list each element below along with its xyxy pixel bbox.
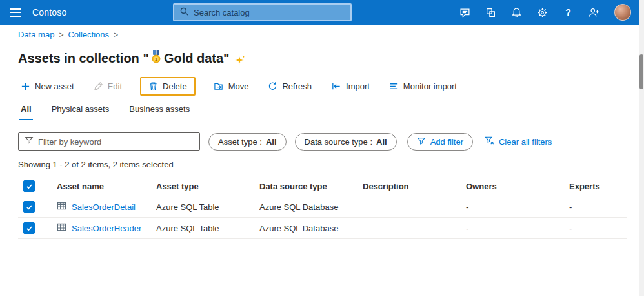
select-all-checkbox[interactable] [23,180,35,192]
breadcrumb-collections[interactable]: Collections [68,30,109,39]
feedback-icon[interactable] [459,7,470,18]
col-header-owners: Owners [466,182,569,191]
asset-type-filter-pill[interactable]: Asset type : All [208,133,287,151]
gold-medal-icon: 1 [150,50,162,67]
title-suffix: " [223,51,229,66]
scrollbar-thumb[interactable] [639,54,643,89]
svg-text:1: 1 [155,56,157,62]
sparkle-cursor-icon [234,54,245,69]
breadcrumb: Data map > Collections > [18,30,118,39]
help-icon[interactable]: ? [563,7,574,18]
page-title: Assets in collection " 1 Gold data " [18,50,245,67]
table-header-row: Asset name Asset type Data source type D… [18,176,627,196]
add-filter-button[interactable]: Add filter [407,133,473,151]
clear-funnel-icon [485,136,494,147]
command-bar: New asset Edit Delete Move Refresh Impor… [19,75,458,97]
pencil-icon [94,81,103,91]
result-count-status: Showing 1 - 2 of 2 items, 2 items select… [18,160,174,169]
move-folder-icon [214,81,224,91]
keyword-filter-box[interactable] [18,132,200,151]
catalog-search-box[interactable] [173,3,352,21]
delete-button[interactable]: Delete [140,77,196,96]
asset-tabs: All Physical assets Business assets [0,98,639,120]
col-header-description: Description [363,182,466,191]
table-row[interactable]: SalesOrderDetail Azure SQL Table Azure S… [18,196,627,218]
sql-table-icon [57,201,66,213]
asset-link[interactable]: SalesOrderHeader [72,224,141,233]
edit-button[interactable]: Edit [92,78,123,94]
row-checkbox[interactable] [23,201,35,213]
search-icon [179,6,189,19]
plus-icon [21,81,30,91]
refresh-icon [268,81,277,91]
cell-data-source-type: Azure SQL Database [259,224,363,233]
invite-user-icon[interactable] [589,7,599,18]
app-title: Contoso [32,7,67,17]
top-bar: Contoso ? [0,0,639,25]
chevron-right-icon: > [59,30,63,39]
table-row[interactable]: SalesOrderHeader Azure SQL Table Azure S… [18,218,627,239]
col-header-experts: Experts [569,182,627,191]
monitor-import-button[interactable]: Monitor import [388,78,458,94]
list-lines-icon [389,81,399,91]
search-input[interactable] [194,8,345,17]
filter-bar: Asset type : All Data source type : All … [18,132,552,151]
cell-owners: - [466,224,569,233]
import-arrow-icon [331,81,341,91]
cell-owners: - [466,202,569,212]
new-asset-button[interactable]: New asset [19,78,75,94]
cell-experts: - [569,224,627,233]
title-prefix: Assets in collection " [18,51,149,66]
funnel-icon [25,136,34,147]
notifications-bell-icon[interactable] [511,7,522,18]
breadcrumb-data-map[interactable]: Data map [18,30,54,39]
refresh-button[interactable]: Refresh [267,78,313,94]
row-checkbox[interactable] [23,222,35,234]
cell-experts: - [569,202,627,212]
trash-icon [148,81,158,91]
funnel-icon [417,136,426,147]
cell-data-source-type: Azure SQL Database [259,202,363,212]
settings-gear-icon[interactable] [537,7,548,18]
col-header-asset-type: Asset type [156,182,259,191]
chevron-right-icon: > [114,30,118,39]
move-button[interactable]: Move [212,78,250,94]
col-header-asset-name: Asset name [57,182,156,191]
asset-link[interactable]: SalesOrderDetail [72,202,136,212]
workspace-switcher-icon[interactable] [485,7,496,18]
hamburger-menu-icon[interactable] [10,8,21,17]
tab-all[interactable]: All [19,98,33,120]
import-button[interactable]: Import [330,78,371,94]
asset-table: Asset name Asset type Data source type D… [18,176,627,239]
sql-table-icon [57,222,66,234]
topbar-icon-group: ? [459,0,631,25]
tab-physical-assets[interactable]: Physical assets [50,98,111,120]
data-source-type-filter-pill[interactable]: Data source type : All [295,133,397,151]
user-avatar[interactable] [614,4,631,21]
cell-asset-type: Azure SQL Table [156,202,259,212]
vertical-scrollbar[interactable] [639,0,644,296]
cell-asset-type: Azure SQL Table [156,224,259,233]
clear-all-filters-button[interactable]: Clear all filters [485,136,552,147]
keyword-filter-input[interactable] [38,137,194,147]
col-header-data-source-type: Data source type [259,182,363,191]
collection-name: Gold data [164,51,223,66]
tab-business-assets[interactable]: Business assets [128,98,191,120]
